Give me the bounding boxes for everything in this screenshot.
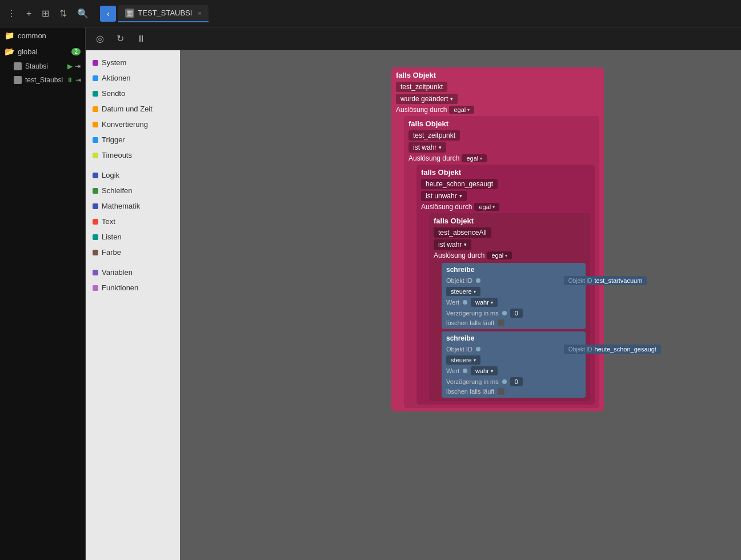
- category-trigger[interactable]: Trigger: [86, 132, 180, 147]
- plus-icon[interactable]: +: [24, 6, 34, 21]
- steuere-chip-1[interactable]: steuere ▾: [446, 287, 480, 296]
- falls-objekt-4-condition[interactable]: ist wahr ▾: [434, 239, 471, 250]
- schreibe-1-objekt-label: Objekt ID: [446, 277, 472, 284]
- wert-chip-1[interactable]: wahr ▾: [471, 298, 498, 307]
- main-area: 📁 common 📂 global 2 Staubsi ▶ ⇥ test_Sta…: [0, 27, 741, 560]
- falls-objekt-3-condition[interactable]: ist unwahr ▾: [421, 191, 467, 201]
- right-panel: ◎ ↻ ⏸ System Aktionen: [86, 27, 741, 560]
- connector-dot-1c: [502, 311, 507, 315]
- egal-chip-1[interactable]: egal ▾: [449, 106, 474, 114]
- category-variablen-label: Variablen: [102, 268, 133, 277]
- test-staubsi-actions: ⏸ ⇥: [66, 76, 81, 84]
- category-system[interactable]: System: [86, 55, 180, 70]
- category-datum[interactable]: Datum und Zeit: [86, 101, 180, 117]
- falls-objekt-1[interactable]: falls Objekt test_zeitpunkt wurde geände…: [391, 67, 604, 411]
- sidebar-folder-common[interactable]: 📁 common: [0, 27, 85, 43]
- test-staubsi-connect-button[interactable]: ⇥: [75, 76, 81, 84]
- sendto-dot: [93, 91, 98, 97]
- main-tab[interactable]: ▦ TEST_STAUBSI ×: [118, 5, 209, 22]
- falls-objekt-2-condition[interactable]: ist wahr ▾: [408, 142, 446, 153]
- schreibe-2-steuere-row: steuere ▾: [446, 355, 581, 365]
- wert-chip-2[interactable]: wahr ▾: [471, 366, 498, 375]
- sidebar-item-test-staubsi[interactable]: test_Staubsi ⏸ ⇥: [0, 73, 85, 87]
- egal-chip-4[interactable]: egal ▾: [487, 251, 512, 259]
- connector-dot-1: [476, 278, 480, 283]
- box-icon[interactable]: ⊞: [39, 6, 51, 21]
- system-dot: [93, 60, 98, 66]
- back-button[interactable]: ‹: [100, 6, 116, 22]
- falls-objekt-2-ausloesung: Auslösung durch egal ▾: [408, 154, 595, 162]
- schreibe-2-loeschen-row: löschen falls läuft: [446, 388, 581, 395]
- pause-button[interactable]: ⏸: [133, 31, 149, 46]
- category-funktionen[interactable]: Funktionen: [86, 280, 180, 295]
- verz-value-1: 0: [510, 309, 523, 318]
- falls-objekt-3[interactable]: falls Objekt heute_schon_gesaugt ist unw…: [416, 165, 595, 405]
- tab-bar: ‹ ▦ TEST_STAUBSI ×: [100, 5, 736, 22]
- sidebar-folder-global-label: global: [18, 47, 38, 56]
- category-system-label: System: [102, 58, 126, 67]
- tab-label: TEST_STAUBSI: [138, 9, 192, 17]
- folder-icon-common: 📁: [5, 31, 14, 40]
- falls-objekt-4-title: falls Objekt: [434, 217, 586, 225]
- test-staubsi-icon: [14, 76, 22, 84]
- falls-objekt-4-ausloesung: Auslösung durch egal ▾: [434, 251, 586, 259]
- category-logik[interactable]: Logik: [86, 167, 180, 183]
- category-text[interactable]: Text: [86, 214, 180, 229]
- connector-dot-2b: [463, 369, 467, 373]
- staubsi-play-button[interactable]: ▶: [67, 62, 73, 70]
- sidebar-item-staubsi[interactable]: Staubsi ▶ ⇥: [0, 59, 85, 73]
- category-konvertierung[interactable]: Konvertierung: [86, 117, 180, 132]
- block-panel: System Aktionen Sendto Datum und Zeit: [86, 50, 180, 560]
- category-schleifen[interactable]: Schleifen: [86, 183, 180, 198]
- category-timeouts-label: Timeouts: [102, 151, 132, 159]
- category-variablen[interactable]: Variablen: [86, 265, 180, 280]
- timeouts-dot: [93, 153, 98, 158]
- sort-icon[interactable]: ⇅: [57, 6, 69, 21]
- target-button[interactable]: ◎: [93, 31, 107, 46]
- loeschen-checkbox-1[interactable]: [498, 319, 504, 326]
- category-mathematik[interactable]: Mathematik: [86, 198, 180, 214]
- toolbar-icons: ⋮ + ⊞ ⇅ 🔍: [5, 6, 91, 21]
- category-farbe[interactable]: Farbe: [86, 245, 180, 260]
- falls-objekt-4[interactable]: falls Objekt test_absenceAll ist wahr ▾: [429, 213, 590, 401]
- category-aktionen-label: Aktionen: [102, 74, 131, 82]
- schreibe-2-verz-row: Verzögerung in ms 0: [446, 377, 581, 386]
- category-listen[interactable]: Listen: [86, 229, 180, 245]
- schreibe-2-objekt-label: Objekt ID: [446, 346, 472, 353]
- schreibe-block-1[interactable]: schreibe Objekt ID: [442, 263, 586, 329]
- category-aktionen[interactable]: Aktionen: [86, 70, 180, 86]
- variablen-dot: [93, 270, 98, 275]
- sidebar-folder-common-label: common: [18, 31, 46, 40]
- falls-objekt-1-ausloesung: Auslösung durch egal ▾: [396, 106, 599, 114]
- canvas[interactable]: falls Objekt test_zeitpunkt wurde geände…: [180, 50, 741, 560]
- category-timeouts[interactable]: Timeouts: [86, 147, 180, 163]
- logik-dot: [93, 173, 98, 178]
- refresh-button[interactable]: ↻: [113, 31, 127, 46]
- folder-icon-global: 📂: [5, 47, 14, 56]
- schleifen-dot: [93, 188, 98, 194]
- schreibe-block-2[interactable]: schreibe Objekt ID Objekt ID heute_schon…: [442, 331, 586, 398]
- egal-chip-3[interactable]: egal ▾: [474, 203, 499, 211]
- schreibe-1-objekt-row: Objekt ID Objekt ID t: [446, 276, 581, 285]
- datum-dot: [93, 106, 98, 112]
- loeschen-checkbox-2[interactable]: [498, 388, 504, 395]
- falls-objekt-2-title: falls Objekt: [408, 119, 595, 128]
- sidebar-folder-global[interactable]: 📂 global 2: [0, 43, 85, 59]
- falls-objekt-1-object: test_zeitpunkt: [396, 82, 447, 92]
- connector-dot-1b: [463, 300, 467, 305]
- test-staubsi-pause-button[interactable]: ⏸: [66, 76, 73, 84]
- staubsi-connect-button[interactable]: ⇥: [75, 62, 81, 70]
- egal-chip-2[interactable]: egal ▾: [462, 154, 487, 162]
- tab-close-button[interactable]: ×: [198, 10, 201, 17]
- konvertierung-dot: [93, 122, 98, 127]
- falls-objekt-4-object: test_absenceAll: [434, 227, 491, 238]
- search-icon[interactable]: 🔍: [75, 6, 91, 21]
- steuere-chip-2[interactable]: steuere ▾: [446, 355, 480, 365]
- category-konvertierung-label: Konvertierung: [102, 120, 148, 129]
- category-sendto[interactable]: Sendto: [86, 86, 180, 101]
- falls-objekt-1-condition[interactable]: wurde geändert ▾: [396, 94, 458, 104]
- dots-icon[interactable]: ⋮: [5, 6, 18, 21]
- schreibe-1-loeschen-row: löschen falls läuft: [446, 319, 581, 326]
- falls-objekt-2[interactable]: falls Objekt test_zeitpunkt ist wahr ▾: [404, 116, 599, 408]
- staubsi-icon: [14, 62, 22, 70]
